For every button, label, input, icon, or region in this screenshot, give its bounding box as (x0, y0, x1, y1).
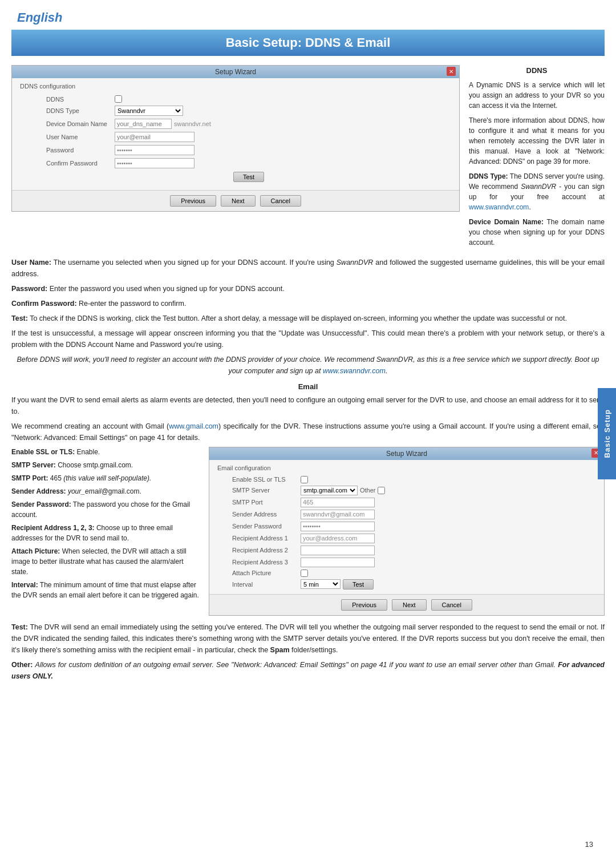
sender-password-text: Sender Password: The password you chose … (11, 499, 200, 520)
device-domain-input[interactable] (115, 119, 172, 129)
other-checkbox[interactable] (378, 487, 385, 494)
username-label: User Name (46, 134, 115, 140)
interval-select[interactable]: 5 min (301, 579, 341, 589)
sender-address-label: Sender Address (232, 511, 301, 518)
attach-label: Attach Picture (232, 570, 301, 576)
email-gmail-body: We recommend creating an account with Gm… (11, 421, 605, 443)
page-number: 13 (585, 840, 593, 849)
ddns-info-para4: Device Domain Name: The domain name you … (469, 217, 605, 248)
sender-address-input[interactable] (301, 510, 375, 519)
email-wizard-area: Enable SSL or TLS: Enable. SMTP Server: … (11, 447, 605, 616)
unsuccessful-body: If the test is unsuccessful, a message w… (11, 328, 605, 350)
recipient3-row: Recipient Address 3 (232, 558, 599, 567)
ddns-cancel-button[interactable]: Cancel (260, 195, 301, 207)
confirm-password-label: Confirm Password (46, 160, 115, 167)
email-previous-button[interactable]: Previous (341, 599, 387, 611)
swanndvr-link: www.swanndvr.com (323, 367, 386, 375)
ddns-info-heading: DDNS (469, 65, 605, 76)
ddns-info-para2: There's more information about DDNS, how… (469, 115, 605, 167)
before-ddns-body: Before DDNS will work, you'll need to re… (11, 354, 605, 377)
ddns-section-label: DDNS configuration (12, 78, 459, 92)
ddns-wizard-title: Setup Wizard (215, 68, 256, 76)
username-row: User Name (46, 132, 451, 142)
attach-checkbox[interactable] (301, 570, 308, 577)
ddns-type-select[interactable]: Swanndvr (115, 106, 183, 116)
email-heading: Email (11, 382, 605, 391)
test-bold-label: Test: (11, 314, 28, 322)
password-label: Password (46, 147, 115, 154)
confirm-bold-label: Confirm Password: (11, 300, 77, 308)
confirm-password-row: Confirm Password (46, 158, 451, 168)
password-text: Enter the password you used when you sig… (50, 285, 285, 293)
ddns-previous-button[interactable]: Previous (170, 195, 216, 207)
ddns-link: www.swanndvr.com (469, 203, 529, 211)
ddns-info-para3: DDNS Type: The DDNS server you're using.… (469, 171, 605, 212)
sender-password-row: Sender Password (232, 522, 599, 531)
interval-text: Interval: The minimum amount of time tha… (11, 580, 200, 600)
password-row: Password (46, 145, 451, 155)
ddns-info-para1: A Dynamic DNS is a service which will le… (469, 80, 605, 111)
gmail-link: www.gmail.com (169, 422, 218, 430)
interval-label: Interval (232, 581, 301, 588)
test-text: To check if the DDNS is working, click t… (30, 314, 567, 322)
smtp-port-input[interactable] (301, 498, 375, 507)
smtp-server-text: SMTP Server: Choose smtp.gmail.com. (11, 460, 200, 470)
device-domain-bold: Device Domain Name: (469, 218, 544, 226)
sender-password-input[interactable] (301, 522, 375, 531)
bottom-test-text: The DVR will send an email immediately u… (11, 623, 605, 654)
language-label: English (0, 0, 616, 30)
other-bold: Other: (11, 661, 33, 669)
username-input[interactable] (115, 132, 194, 142)
email-wizard-footer: Previous Next Cancel (209, 594, 604, 615)
ddns-wizard-box: Setup Wizard ✕ DDNS configuration DDNS D… (11, 65, 460, 212)
attach-row: Attach Picture (232, 570, 599, 577)
ddns-wizard-footer: Previous Next Cancel (12, 190, 459, 211)
device-domain-label: Device Domain Name (46, 120, 115, 127)
email-intro-body: If you want the DVR to send email alerts… (11, 394, 605, 417)
smtp-server-row: SMTP Server smtp.gmail.com Other (232, 486, 599, 495)
recipient2-input[interactable] (301, 546, 375, 555)
password-bold-label: Password: (11, 285, 47, 293)
smtp-server-select[interactable]: smtp.gmail.com (301, 486, 358, 495)
username-bold: User Name: (11, 259, 51, 267)
domain-suffix: swanndvr.net (174, 120, 211, 127)
ddns-test-button[interactable]: Test (233, 172, 264, 182)
enable-ssl-row: Enable SSL or TLS (232, 476, 599, 483)
ddns-info-panel: DDNS A Dynamic DNS is a service which wi… (469, 65, 605, 248)
smtp-server-label: SMTP Server (232, 487, 301, 494)
recipient-text: Recipient Address 1, 2, 3: Choose up to … (11, 523, 200, 543)
other-body: Other: Allows for custom definition of a… (11, 659, 605, 682)
email-test-button[interactable]: Test (343, 579, 374, 590)
ddns-type-label: DDNS Type (46, 107, 115, 114)
ddns-wizard-titlebar: Setup Wizard ✕ (12, 66, 459, 78)
sender-address-text: Sender Address: your_email@gmail.com. (11, 486, 200, 496)
other-check-area: Other (360, 487, 385, 494)
ddns-next-button[interactable]: Next (221, 195, 256, 207)
attach-text: Attach Picture: When selected, the DVR w… (11, 546, 200, 577)
ddns-checkbox[interactable] (115, 95, 122, 103)
enable-ssl-checkbox[interactable] (301, 476, 308, 483)
password-input[interactable] (115, 145, 194, 155)
basic-setup-tab-label: Basic Setup (603, 409, 611, 458)
ddns-row: DDNS (46, 95, 451, 103)
recipient2-label: Recipient Address 2 (232, 547, 301, 554)
bottom-test-bold: Test: (11, 623, 28, 631)
ddns-form: DDNS DDNS Type Swanndvr Device Do (12, 92, 459, 190)
ddns-type-row: DDNS Type Swanndvr (46, 106, 451, 116)
test-body: Test: To check if the DDNS is working, c… (11, 313, 605, 324)
email-cancel-button[interactable]: Cancel (431, 599, 472, 611)
sender-address-row: Sender Address (232, 510, 599, 519)
email-left-text: Enable SSL or TLS: Enable. SMTP Server: … (11, 447, 200, 616)
ddns-wizard-close[interactable]: ✕ (447, 67, 456, 76)
enable-ssl-text: Enable SSL or TLS: Enable. (11, 447, 200, 457)
sender-password-label: Sender Password (232, 523, 301, 530)
recipient1-input[interactable] (301, 534, 375, 543)
smtp-port-text: SMTP Port: 465 (this value will self-pop… (11, 473, 200, 483)
recipient3-input[interactable] (301, 558, 375, 567)
bottom-test-body: Test: The DVR will send an email immedia… (11, 621, 605, 656)
email-section-label: Email configuration (209, 460, 604, 474)
email-next-button[interactable]: Next (392, 599, 427, 611)
page-title: Basic Setup: DDNS & Email (11, 30, 605, 56)
confirm-password-input[interactable] (115, 158, 194, 168)
username-text: The username you selected when you signe… (11, 259, 605, 278)
